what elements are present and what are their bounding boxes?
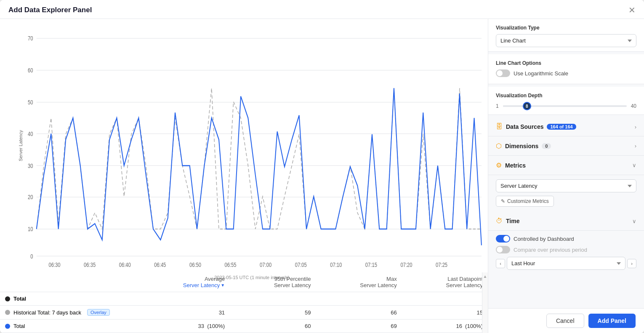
metrics-title: Metrics: [505, 162, 526, 169]
col-avg-header: Average Server Latency ▼: [135, 272, 230, 292]
svg-text:07:10: 07:10: [330, 261, 342, 269]
log-scale-label: Use Logarithmic Scale: [514, 70, 568, 77]
datasource-icon: 🗄: [496, 123, 503, 131]
svg-text:07:20: 07:20: [400, 261, 412, 269]
cell-avg-total: [135, 292, 230, 306]
right-panel: Visualization Type Line Chart Line Chart…: [488, 19, 644, 333]
svg-text:06:35: 06:35: [84, 261, 96, 269]
svg-text:06:45: 06:45: [154, 261, 166, 269]
metrics-icon: ⚙: [496, 161, 502, 169]
chart-panel: Server Latency 70 60 50 40 30: [0, 19, 488, 333]
modal-container: Add Data Explorer Panel ✕ Server Latency: [0, 0, 644, 333]
dimensions-header[interactable]: ⬡ Dimensions 0 ›: [488, 136, 644, 156]
pencil-icon: ✎: [501, 198, 505, 204]
dimensions-title: Dimensions: [505, 143, 538, 149]
dimensions-left: ⬡ Dimensions 0: [496, 142, 551, 150]
svg-text:06:40: 06:40: [119, 261, 131, 269]
sort-avg-link[interactable]: Server Latency ▼: [183, 282, 225, 288]
compare-toggle[interactable]: [496, 246, 510, 253]
dimensions-chevron: ›: [635, 143, 636, 149]
time-header[interactable]: ⏱ Time ∨: [488, 212, 644, 231]
time-range-select[interactable]: Last Hour: [507, 257, 625, 270]
visualization-type-section: Visualization Type Line Chart: [488, 19, 644, 52]
data-sources-left: 🗄 Data Sources 164 of 164: [496, 123, 576, 131]
cell-max-cur: 69: [316, 320, 402, 333]
metrics-chevron: ∨: [632, 162, 636, 168]
depth-slider-wrap: 8: [503, 102, 627, 110]
depth-track: 8: [503, 105, 627, 107]
svg-text:07:15: 07:15: [365, 261, 377, 269]
line-chart-options-label: Line Chart Options: [496, 60, 636, 66]
svg-text:07:05: 07:05: [295, 261, 307, 269]
cell-pct-hist: 59: [230, 306, 316, 320]
cell-pct-total: [230, 292, 316, 306]
footer-actions: Cancel Add Panel: [488, 308, 644, 333]
viz-type-select[interactable]: Line Chart: [496, 34, 636, 47]
dot-blue: [5, 324, 10, 329]
cell-avg-cur: 33 (100%): [135, 320, 230, 333]
right-panel-inner: Visualization Type Line Chart Line Chart…: [488, 19, 644, 308]
time-section: ⏱ Time ∨ Controlled by Dashboard Compare…: [488, 212, 644, 275]
depth-row: 1 8 40: [496, 102, 636, 110]
viz-depth-section: Visualization Depth 1 8 40: [488, 87, 644, 115]
modal-title: Add Data Explorer Panel: [8, 6, 92, 14]
cell-max-hist: 66: [316, 306, 402, 320]
controlled-row: Controlled by Dashboard: [496, 235, 636, 242]
depth-label: Visualization Depth: [496, 93, 636, 99]
close-button[interactable]: ✕: [628, 6, 636, 14]
dimensions-icon: ⬡: [496, 142, 502, 150]
historical-label: Historical Total: 7 days back: [13, 309, 81, 316]
scroll-up-icon[interactable]: ▲: [483, 274, 487, 279]
time-icon: ⏱: [496, 217, 503, 225]
cell-avg-hist: 31: [135, 306, 230, 320]
time-title: Time: [506, 218, 519, 224]
compare-label: Compare over previous period: [514, 247, 587, 253]
controlled-toggle[interactable]: [496, 235, 510, 242]
svg-text:06:50: 06:50: [189, 261, 201, 269]
svg-text:0: 0: [30, 253, 33, 260]
data-sources-header[interactable]: 🗄 Data Sources 164 of 164 ›: [488, 117, 644, 136]
add-panel-button[interactable]: Add Panel: [588, 314, 636, 328]
customize-metrics-button[interactable]: ✎ Customize Metrics: [496, 196, 554, 207]
svg-text:10: 10: [28, 226, 33, 233]
time-chevron: ∨: [632, 218, 636, 224]
time-range-row: ‹ Last Hour ›: [496, 257, 636, 270]
chart-svg: 70 60 50 40 30 20 10 0 06:30 06:35 06:40…: [4, 23, 484, 272]
col-last-header: Last Datapoint Server Latency: [402, 272, 488, 292]
cancel-button[interactable]: Cancel: [546, 314, 584, 328]
data-sources-badge: 164 of 164: [547, 124, 576, 130]
metrics-section: ⚙ Metrics ∨ Server Latency ✎ Customize: [488, 156, 644, 212]
svg-text:50: 50: [28, 99, 33, 106]
log-scale-toggle[interactable]: [496, 69, 510, 77]
stats-area: Average Server Latency ▼ 95th Percentile…: [0, 272, 488, 333]
metrics-header[interactable]: ⚙ Metrics ∨: [488, 156, 644, 175]
cell-max-total: [316, 292, 402, 306]
svg-text:06:30: 06:30: [49, 261, 61, 269]
cell-pct-cur: 60: [230, 320, 316, 333]
svg-text:07:25: 07:25: [436, 261, 447, 269]
dot-dark: [5, 296, 10, 301]
table-row: Total 33 (100%) 60 69 16 (100%): [0, 320, 488, 333]
y-axis-label: Server Latency: [18, 130, 23, 161]
total-label: Total: [13, 296, 26, 302]
time-left: ⏱ Time: [496, 217, 519, 225]
table-row: Total: [0, 292, 488, 306]
compare-row: Compare over previous period: [496, 246, 636, 253]
stats-table: Average Server Latency ▼ 95th Percentile…: [0, 272, 488, 333]
dimensions-badge: 0: [542, 143, 551, 149]
svg-text:07:00: 07:00: [260, 261, 271, 269]
depth-thumb[interactable]: 8: [523, 102, 531, 110]
cell-last-cur: 16 (100%): [402, 320, 488, 333]
svg-text:06:55: 06:55: [224, 261, 236, 269]
viz-type-label: Visualization Type: [496, 25, 636, 31]
time-next-button[interactable]: ›: [627, 259, 636, 268]
col-name-header: [0, 272, 135, 292]
svg-text:20: 20: [28, 194, 33, 201]
metrics-body: Server Latency ✎ Customize Metrics: [488, 175, 644, 212]
modal-body: Server Latency 70 60 50 40 30: [0, 19, 644, 333]
cell-last-total: [402, 292, 488, 306]
depth-min: 1: [496, 103, 499, 109]
time-prev-button[interactable]: ‹: [496, 259, 505, 268]
data-sources-chevron: ›: [635, 124, 636, 130]
metrics-select[interactable]: Server Latency: [496, 179, 636, 192]
